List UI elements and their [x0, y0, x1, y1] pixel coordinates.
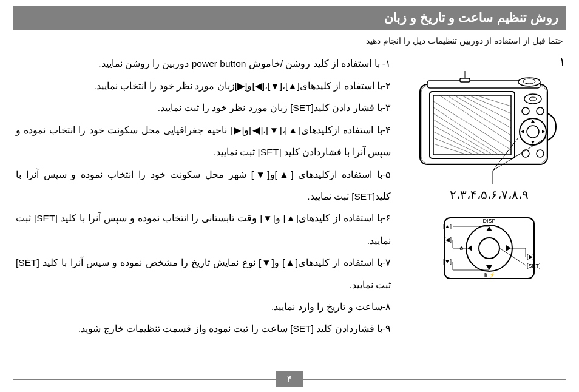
- dial-down-label: [▼]: [443, 259, 452, 265]
- svg-rect-4: [460, 78, 470, 82]
- intro-text: حتما قبل از استفاده از دوربین تنظیمات ذی…: [13, 36, 563, 46]
- svg-text:✿: ✿: [459, 246, 464, 251]
- step-7: ۷-با استفاده از کلیدهای[▲] و[▼] نوع نمای…: [16, 252, 391, 296]
- step-9: ۹-با فشاردادن کلید [SET] ساعت را ثبت نمو…: [16, 318, 391, 340]
- svg-point-24: [529, 97, 537, 101]
- dial-left-label: [◀]: [444, 237, 452, 243]
- dial-set-label: [SET]: [527, 263, 541, 269]
- svg-text:⚡ 🗑: ⚡ 🗑: [483, 272, 495, 278]
- section-title-bar: روش تنظیم ساعت و تاریخ و زبان: [13, 6, 566, 30]
- svg-point-6: [523, 79, 535, 84]
- step-8: ۸-ساعت و تاریخ را وارد نمایید.: [16, 296, 391, 318]
- callout-numbers-bottom: ۲،۳،۴،۵،۶،۷،۸،۹: [450, 188, 529, 202]
- figure-column: ۱: [413, 53, 566, 282]
- step-6: ۶-با استفاده از کلیدهای[▲] و[▼] وقت تابس…: [16, 208, 391, 252]
- svg-point-36: [479, 238, 499, 259]
- page-footer: ۴: [13, 371, 566, 387]
- callout-number-top: ۱: [559, 54, 566, 69]
- svg-point-25: [522, 107, 529, 115]
- footer-line-right: [13, 379, 276, 380]
- dial-up-label: [▲]: [443, 223, 452, 229]
- step-5: ۵-با استفاده ازکلیدهای [▲]و[▼] شهر محل س…: [16, 164, 391, 208]
- dial-disp-label: DISP: [482, 218, 495, 224]
- camera-illustration: [414, 71, 564, 184]
- step-1: ۱- با استفاده از کلید روشن /خاموش power …: [16, 53, 391, 75]
- svg-point-28: [527, 126, 539, 138]
- svg-point-26: [537, 107, 544, 115]
- svg-rect-8: [433, 95, 511, 155]
- manual-page: روش تنظیم ساعت و تاریخ و زبان حتما قبل ا…: [0, 0, 579, 392]
- section-title: روش تنظیم ساعت و تاریخ و زبان: [384, 10, 558, 24]
- footer-line-left: [303, 379, 566, 380]
- svg-point-29: [522, 150, 529, 157]
- content-row: ۱: [13, 50, 566, 340]
- step-2: ۲-با استفاده از کلیدهای[▲]،[▼]،[◀]و[▶]زب…: [16, 75, 391, 97]
- step-4: ۴-با استفاده ازکلیدهای[▲]،[▼]،[◀]و[▶] نا…: [16, 120, 391, 164]
- steps-column: ۱- با استفاده از کلید روشن /خاموش power …: [13, 53, 408, 340]
- dial-illustration: DISP ⚡ 🗑 ✿ [▲] [◀] [▼] [▶] [SET]: [428, 214, 550, 282]
- dial-right-label: [▶]: [527, 254, 534, 260]
- page-number: ۴: [276, 371, 303, 387]
- svg-point-30: [537, 150, 544, 157]
- step-3: ۳-با فشار دادن کلید[SET] زبان مورد نظر خ…: [16, 97, 391, 119]
